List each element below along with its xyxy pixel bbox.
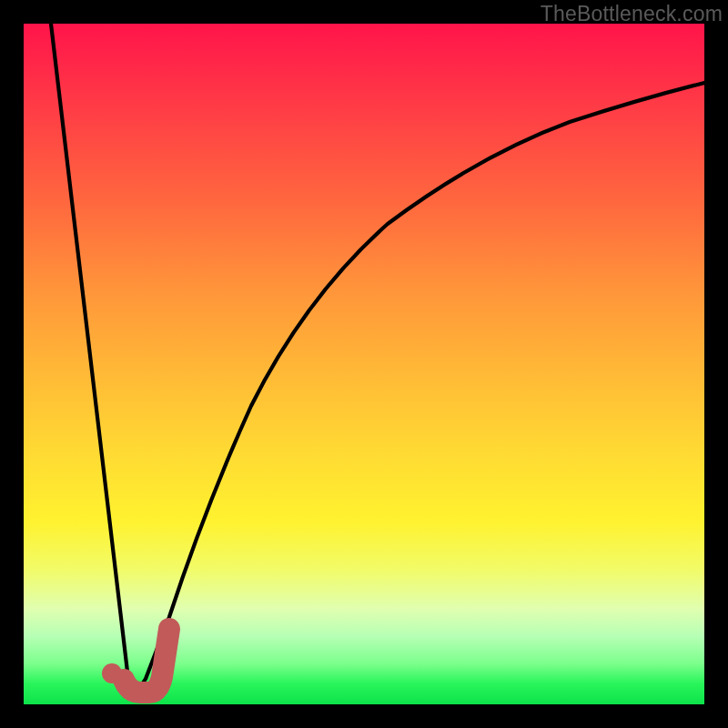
bottleneck-curve [51, 24, 704, 686]
chart-svg [24, 24, 704, 704]
highlight-segment [124, 629, 169, 693]
watermark-text: TheBottleneck.com [541, 2, 723, 26]
chart-frame: TheBottleneck.com [0, 0, 728, 728]
plot-area [24, 24, 704, 704]
highlight-point [102, 663, 122, 683]
